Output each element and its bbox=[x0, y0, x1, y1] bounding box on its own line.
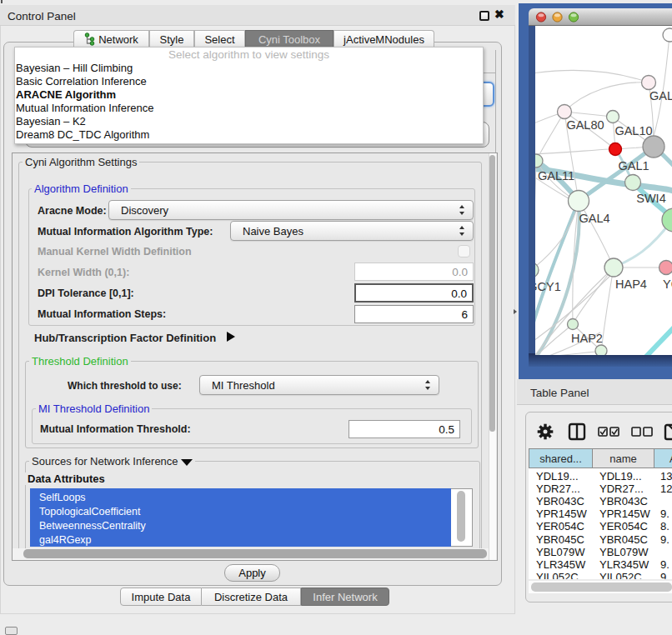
svg-text:GAL10: GAL10 bbox=[614, 124, 652, 138]
svg-text:SWI4: SWI4 bbox=[636, 192, 665, 205]
svg-text:GCY1: GCY1 bbox=[535, 280, 561, 293]
svg-text:GAL4: GAL4 bbox=[579, 212, 609, 225]
svg-text:GAL7: GAL7 bbox=[649, 89, 672, 102]
svg-text:GAL11: GAL11 bbox=[538, 169, 574, 182]
svg-text:HAP2: HAP2 bbox=[571, 332, 603, 345]
svg-text:HAP4: HAP4 bbox=[615, 278, 647, 291]
svg-text:GAL80: GAL80 bbox=[566, 118, 604, 132]
svg-text:GAL1: GAL1 bbox=[618, 159, 649, 172]
svg-text:YO: YO bbox=[663, 278, 672, 291]
